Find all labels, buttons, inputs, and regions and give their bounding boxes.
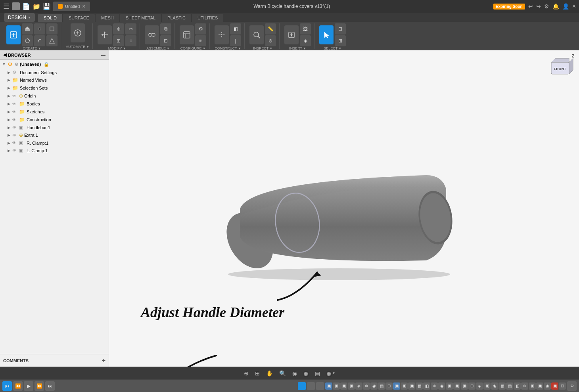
tab-surface[interactable]: SURFACE xyxy=(63,14,95,22)
axis-btn[interactable]: | xyxy=(230,35,241,46)
tl-item-8[interactable]: ▤ xyxy=(378,382,385,390)
tree-named-views[interactable]: ▶ 📁 Named Views xyxy=(0,76,109,84)
automate-main-btn[interactable] xyxy=(71,23,85,42)
align-btn[interactable]: ≡ xyxy=(125,35,136,46)
tl-item-22[interactable]: ▣ xyxy=(483,382,491,390)
select-main-btn[interactable] xyxy=(319,25,334,44)
tl-item-13[interactable]: ▦ xyxy=(416,382,423,390)
tree-rclamp[interactable]: ▶ 👁 ▣ R. Clamp:1 xyxy=(0,139,109,147)
tl-item-27[interactable]: ⊕ xyxy=(521,382,528,390)
timeline-settings[interactable]: ⚙ xyxy=(567,381,577,391)
plane-btn[interactable]: ◧ xyxy=(230,23,241,34)
construct-label[interactable]: CONSTRUCT ▼ xyxy=(215,46,241,50)
tree-origin[interactable]: ▶ 👁 ⊕ Origin xyxy=(0,92,109,100)
step-fwd-btn[interactable]: ⏩ xyxy=(35,381,44,391)
comments-panel[interactable]: COMMENTS + xyxy=(0,354,109,367)
tl-item-1[interactable]: ▣ xyxy=(325,382,332,390)
orientation-cube[interactable]: Z FRONT xyxy=(547,54,575,86)
rigid-group-btn[interactable]: ⧉ xyxy=(160,23,171,34)
browser-collapse-icon[interactable]: ◀ xyxy=(3,52,6,57)
tab-close[interactable]: × xyxy=(82,3,85,10)
grid-icon[interactable]: ▤ xyxy=(313,369,322,377)
tl-item-19[interactable]: ▣ xyxy=(461,382,468,390)
tl-item-20[interactable]: ⊡ xyxy=(468,382,475,390)
insert-label[interactable]: INSERT ▼ xyxy=(289,46,306,50)
tab-utilities[interactable]: UTILITIES xyxy=(192,14,223,22)
viewport[interactable]: Adjust Handle Diameter Z FRONT xyxy=(109,50,579,367)
untitled-tab[interactable]: Untitled × xyxy=(53,2,90,11)
tree-sketches[interactable]: ▶ 👁 📁 Sketches xyxy=(0,108,109,116)
inspect-label[interactable]: INSPECT ▼ xyxy=(253,46,272,50)
canvas-btn[interactable]: 🖼 xyxy=(300,23,311,34)
draft-btn[interactable] xyxy=(46,35,58,46)
select-mode-btn[interactable]: ⊞ xyxy=(335,35,346,46)
create-label[interactable]: CREATE ▼ xyxy=(23,46,41,50)
modify-label[interactable]: MODIFY ▼ xyxy=(108,46,126,50)
tl-item-14[interactable]: ◧ xyxy=(423,382,430,390)
look-icon[interactable]: ✋ xyxy=(264,369,275,377)
open-icon[interactable]: 📁 xyxy=(33,3,40,10)
play-btn[interactable]: ▶ xyxy=(24,381,33,391)
inspect-main-btn[interactable] xyxy=(249,25,264,44)
user-icon[interactable]: 👤 xyxy=(562,3,569,10)
split-btn[interactable]: ✂ xyxy=(125,23,136,34)
construct-main-btn[interactable] xyxy=(215,25,229,44)
browser-close-icon[interactable]: — xyxy=(101,53,105,57)
expiring-badge[interactable]: Expiring Soon xyxy=(493,4,525,10)
tl-item-24[interactable]: ▦ xyxy=(498,382,506,390)
revolve-btn[interactable] xyxy=(22,35,33,46)
tl-item-7[interactable]: ◉ xyxy=(370,382,378,390)
tl-item-28[interactable]: ▣ xyxy=(529,382,536,390)
tl-item-29[interactable]: ▣ xyxy=(536,382,543,390)
extrude-btn[interactable] xyxy=(22,23,33,34)
app-menu-icon[interactable]: ☰ xyxy=(3,2,10,11)
measure-btn[interactable]: 📏 xyxy=(265,23,276,34)
decal-btn[interactable]: ◈ xyxy=(300,35,311,46)
step-back-btn[interactable]: ⏪ xyxy=(13,381,23,391)
redo-icon[interactable]: ↪ xyxy=(536,3,541,10)
settings-icon[interactable]: ⚙ xyxy=(544,3,549,10)
tl-item-2[interactable]: ▣ xyxy=(333,382,340,390)
save-icon[interactable]: 💾 xyxy=(43,3,51,10)
tl-item-17[interactable]: ▣ xyxy=(446,382,453,390)
orbit-icon[interactable]: ⊞ xyxy=(253,369,262,377)
section-btn[interactable]: ⊘ xyxy=(265,35,276,46)
timeline-btn3[interactable] xyxy=(316,382,324,390)
tl-item-10[interactable]: ▣ xyxy=(393,382,400,390)
play-back-btn[interactable]: ⏮ xyxy=(2,381,12,391)
configure-label[interactable]: CONFIGURE ▼ xyxy=(180,46,206,50)
tl-item-23[interactable]: ◉ xyxy=(491,382,498,390)
select-filter-btn[interactable]: ⊡ xyxy=(335,23,346,34)
parameters-btn[interactable]: ⚙ xyxy=(195,23,206,34)
tab-solid[interactable]: SOLID xyxy=(38,14,62,22)
pan-icon[interactable]: ⊕ xyxy=(242,369,251,377)
tab-mesh[interactable]: MESH xyxy=(96,14,119,22)
tl-item-31[interactable]: ▣ xyxy=(551,382,558,390)
zoom-icon[interactable]: 🔍 xyxy=(277,369,288,377)
tl-item-5[interactable]: ◈ xyxy=(355,382,362,390)
timeline-btn2[interactable] xyxy=(307,382,315,390)
tree-selection-sets[interactable]: ▶ 📁 Selection Sets xyxy=(0,84,109,92)
view-cube-icon[interactable]: ▦ xyxy=(301,369,311,377)
fillet-btn[interactable] xyxy=(34,35,45,46)
tl-item-11[interactable]: ▣ xyxy=(401,382,408,390)
tree-root[interactable]: ▼ ⚙ ⚙ (Unsaved) 🔒 xyxy=(0,60,109,69)
tl-item-6[interactable]: ⊕ xyxy=(363,382,370,390)
canvas[interactable]: Adjust Handle Diameter Z FRONT xyxy=(109,50,579,367)
tl-item-16[interactable]: ◉ xyxy=(438,382,445,390)
scale-btn[interactable]: ⊞ xyxy=(113,35,124,46)
home-icon[interactable] xyxy=(12,2,20,10)
tl-item-25[interactable]: ▤ xyxy=(506,382,513,390)
play-end-btn[interactable]: ⏭ xyxy=(45,381,55,391)
tl-item-9[interactable]: ⊡ xyxy=(385,382,393,390)
tl-item-18[interactable]: ▣ xyxy=(453,382,460,390)
tab-plastic[interactable]: PLASTIC xyxy=(162,14,191,22)
undo-icon[interactable]: ↩ xyxy=(528,3,533,10)
tab-sheet-metal[interactable]: SHEET METAL xyxy=(120,14,161,22)
timeline-btn1[interactable] xyxy=(298,382,306,390)
tree-bodies[interactable]: ▶ 👁 📁 Bodies xyxy=(0,100,109,108)
tl-item-3[interactable]: ▣ xyxy=(340,382,347,390)
tree-doc-settings[interactable]: ▶ ⚙ Document Settings xyxy=(0,69,109,76)
close-window-icon[interactable]: × xyxy=(572,3,576,10)
tl-item-15[interactable]: ⊕ xyxy=(431,382,438,390)
